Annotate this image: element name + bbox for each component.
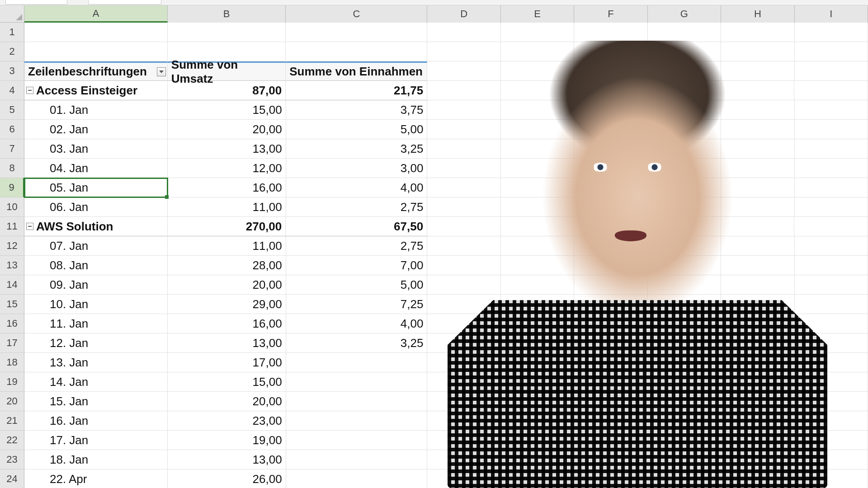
pivot-item-c[interactable]: 2,75 (286, 197, 428, 217)
row-header-2[interactable]: 2 (0, 42, 24, 61)
pivot-item-b[interactable]: 11,00 (168, 197, 286, 217)
collapse-icon[interactable]: − (26, 223, 33, 230)
pivot-item-b[interactable]: 13,00 (168, 450, 286, 469)
pivot-item-b[interactable]: 16,00 (168, 314, 286, 333)
pivot-item-c[interactable] (286, 450, 428, 469)
pivot-item-c[interactable]: 3,25 (286, 139, 428, 159)
pivot-item-label[interactable]: 09. Jan (24, 275, 168, 295)
row-header-24[interactable]: 24 (0, 469, 24, 488)
pivot-item-label[interactable]: 12. Jan (24, 333, 168, 353)
pivot-item-b[interactable]: 20,00 (168, 392, 286, 411)
row-header-13[interactable]: 13 (0, 256, 24, 275)
pivot-item-b[interactable]: 29,00 (168, 295, 286, 314)
row-header-16[interactable]: 16 (0, 314, 24, 333)
column-header-G[interactable]: G (648, 5, 721, 23)
pivot-item-b[interactable]: 13,00 (168, 139, 286, 159)
row-header-23[interactable]: 23 (0, 450, 24, 469)
column-header-F[interactable]: F (574, 5, 647, 23)
pivot-item-b[interactable]: 20,00 (168, 120, 286, 139)
pivot-item-c[interactable] (286, 353, 428, 372)
row-header-10[interactable]: 10 (0, 197, 24, 217)
column-header-C[interactable]: C (286, 5, 427, 23)
row-header-21[interactable]: 21 (0, 411, 24, 431)
pivot-item-label[interactable]: 04. Jan (24, 159, 168, 178)
pivot-col-c-header[interactable]: Summe von Einnahmen (286, 61, 427, 81)
pivot-item-b[interactable]: 11,00 (168, 236, 286, 256)
column-header-B[interactable]: B (168, 5, 286, 23)
row-header-15[interactable]: 15 (0, 295, 24, 314)
pivot-item-label[interactable]: 05. Jan (24, 178, 168, 197)
row-header-4[interactable]: 4 (0, 81, 24, 100)
collapse-icon[interactable]: − (26, 87, 33, 94)
pivot-item-b[interactable]: 16,00 (168, 178, 286, 197)
row-header-19[interactable]: 19 (0, 372, 24, 392)
pivot-item-c[interactable] (286, 392, 428, 411)
pivot-item-label[interactable]: 22. Apr (24, 469, 168, 488)
pivot-group-sum-b[interactable]: 270,00 (168, 217, 286, 236)
row-header-3[interactable]: 3 (0, 61, 24, 81)
column-header-A[interactable]: A (24, 5, 168, 23)
pivot-item-label[interactable]: 08. Jan (24, 256, 168, 275)
pivot-item-b[interactable]: 13,00 (168, 333, 286, 353)
row-header-18[interactable]: 18 (0, 353, 24, 372)
row-header-22[interactable]: 22 (0, 431, 24, 450)
pivot-group-row[interactable]: −AWS Solution (24, 217, 168, 236)
row-header-20[interactable]: 20 (0, 392, 24, 411)
pivot-item-c[interactable]: 7,00 (286, 256, 428, 275)
pivot-item-b[interactable]: 15,00 (168, 372, 286, 392)
pivot-group-row[interactable]: −Access Einsteiger (24, 81, 168, 100)
pivot-item-c[interactable]: 5,00 (286, 120, 428, 139)
column-header-E[interactable]: E (501, 5, 574, 23)
column-headers[interactable]: ABCDEFGHI (24, 5, 868, 23)
pivot-item-label[interactable]: 13. Jan (24, 353, 168, 372)
pivot-item-b[interactable]: 17,00 (168, 353, 286, 372)
pivot-item-label[interactable]: 15. Jan (24, 392, 168, 411)
column-header-H[interactable]: H (721, 5, 794, 23)
pivot-group-sum-c[interactable]: 67,50 (286, 217, 427, 236)
row-header-14[interactable]: 14 (0, 275, 24, 295)
row-header-5[interactable]: 5 (0, 100, 24, 120)
pivot-item-label[interactable]: 10. Jan (24, 295, 168, 314)
pivot-item-label[interactable]: 11. Jan (24, 314, 168, 333)
pivot-item-b[interactable]: 15,00 (168, 100, 286, 120)
pivot-item-c[interactable] (286, 411, 428, 431)
pivot-item-label[interactable]: 01. Jan (24, 100, 168, 120)
pivot-item-label[interactable]: 06. Jan (24, 197, 168, 217)
pivot-item-b[interactable]: 28,00 (168, 256, 286, 275)
pivot-item-c[interactable]: 5,00 (286, 275, 428, 295)
row-headers[interactable]: 123456789101112131415161718192021222324 (0, 23, 24, 488)
pivot-item-label[interactable]: 18. Jan (24, 450, 168, 469)
row-header-1[interactable]: 1 (0, 23, 24, 42)
pivot-item-c[interactable]: 3,75 (286, 100, 428, 120)
pivot-item-c[interactable]: 4,00 (286, 178, 428, 197)
pivot-group-sum-b[interactable]: 87,00 (168, 81, 286, 100)
pivot-item-c[interactable]: 7,25 (286, 295, 428, 314)
pivot-item-b[interactable]: 19,00 (168, 431, 286, 450)
pivot-item-b[interactable]: 20,00 (168, 275, 286, 295)
pivot-item-c[interactable]: 3,00 (286, 159, 428, 178)
row-header-6[interactable]: 6 (0, 120, 24, 139)
pivot-item-c[interactable]: 3,25 (286, 333, 428, 353)
pivot-item-b[interactable]: 23,00 (168, 411, 286, 431)
pivot-item-label[interactable]: 14. Jan (24, 372, 168, 392)
row-header-17[interactable]: 17 (0, 333, 24, 353)
pivot-item-b[interactable]: 26,00 (168, 469, 286, 488)
pivot-col-b-header[interactable]: Summe von Umsatz (168, 61, 286, 81)
pivot-item-c[interactable] (286, 431, 428, 450)
pivot-group-sum-c[interactable]: 21,75 (286, 81, 427, 100)
row-header-8[interactable]: 8 (0, 159, 24, 178)
select-all-corner[interactable] (0, 5, 24, 23)
pivot-item-label[interactable]: 07. Jan (24, 236, 168, 256)
row-header-9[interactable]: 9 (0, 178, 24, 197)
column-header-I[interactable]: I (795, 5, 868, 23)
pivot-item-c[interactable]: 4,00 (286, 314, 428, 333)
pivot-row-labels-header[interactable]: Zeilenbeschriftungen (24, 61, 168, 81)
pivot-item-label[interactable]: 17. Jan (24, 431, 168, 450)
pivot-item-b[interactable]: 12,00 (168, 159, 286, 178)
pivot-item-label[interactable]: 02. Jan (24, 120, 168, 139)
row-header-11[interactable]: 11 (0, 217, 24, 236)
row-header-12[interactable]: 12 (0, 236, 24, 256)
pivot-item-c[interactable] (286, 372, 428, 392)
pivot-item-label[interactable]: 03. Jan (24, 139, 168, 159)
row-labels-filter-dropdown[interactable] (157, 67, 166, 76)
